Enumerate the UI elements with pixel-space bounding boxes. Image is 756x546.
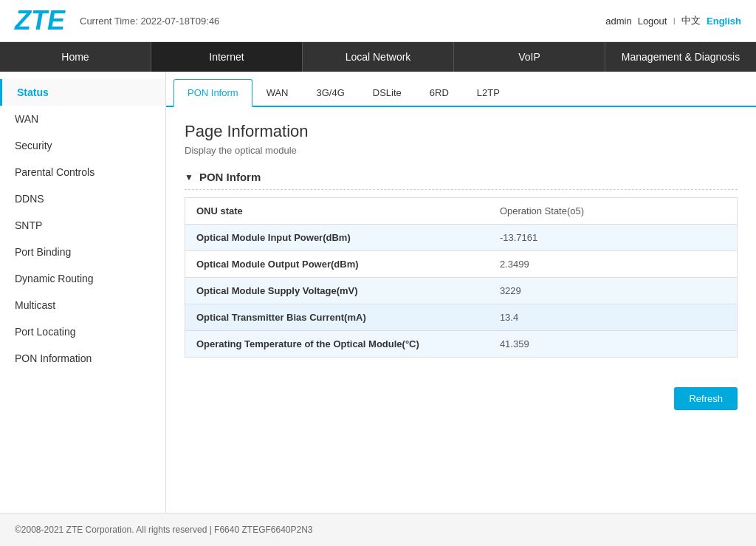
section-title: PON Inform [199, 171, 261, 183]
header-left: ZTE Current Time: 2022-07-18T09:46 [15, 7, 219, 34]
tab-bar: PON Inform WAN 3G/4G DSLite 6RD L2TP [166, 79, 756, 107]
tab-dslite[interactable]: DSLite [359, 79, 416, 107]
row-value: Operation State(o5) [489, 198, 738, 225]
section-triangle-icon: ▼ [185, 172, 193, 182]
row-label: Optical Transmitter Bias Current(mA) [185, 304, 489, 331]
table-row: Optical Module Input Power(dBm) -13.7161 [185, 225, 738, 251]
pon-section-header: ▼ PON Inform [185, 171, 738, 190]
sidebar-item-pon-information[interactable]: PON Information [0, 345, 165, 372]
current-time: Current Time: 2022-07-18T09:46 [80, 16, 219, 27]
main-nav: Home Internet Local Network VoIP Managem… [0, 42, 756, 72]
refresh-button[interactable]: Refresh [674, 387, 738, 410]
tab-pon-inform[interactable]: PON Inform [173, 79, 252, 107]
sidebar-item-parental-controls[interactable]: Parental Controls [0, 159, 165, 185]
footer: ©2008-2021 ZTE Corporation. All rights r… [0, 513, 756, 546]
tab-l2tp[interactable]: L2TP [463, 79, 514, 107]
row-label: Optical Module Input Power(dBm) [185, 225, 489, 251]
table-row: Optical Module Output Power(dBm) 2.3499 [185, 251, 738, 278]
row-label: Optical Module Output Power(dBm) [185, 251, 489, 278]
button-area: Refresh [166, 372, 756, 425]
row-value: 13.4 [489, 304, 738, 331]
row-label: Optical Module Supply Voltage(mV) [185, 278, 489, 304]
footer-copyright: ©2008-2021 ZTE Corporation. All rights r… [15, 525, 207, 535]
lang-separator: I [673, 16, 676, 27]
header-right: admin Logout I 中文 English [605, 14, 741, 27]
sidebar-item-security[interactable]: Security [0, 132, 165, 159]
sidebar-item-wan[interactable]: WAN [0, 106, 165, 132]
header: ZTE Current Time: 2022-07-18T09:46 admin… [0, 0, 756, 42]
nav-voip[interactable]: VoIP [454, 42, 605, 72]
lang-zh-button[interactable]: 中文 [681, 14, 701, 27]
tab-3g4g[interactable]: 3G/4G [302, 79, 358, 107]
tab-wan[interactable]: WAN [252, 79, 303, 107]
nav-internet[interactable]: Internet [151, 42, 303, 72]
sidebar-item-sntp[interactable]: SNTP [0, 212, 165, 239]
sidebar-item-ddns[interactable]: DDNS [0, 185, 165, 212]
admin-link[interactable]: admin [605, 16, 631, 27]
tab-6rd[interactable]: 6RD [416, 79, 463, 107]
sidebar-item-dynamic-routing[interactable]: Dynamic Routing [0, 265, 165, 292]
row-value: 3229 [489, 278, 738, 304]
sidebar-item-port-binding[interactable]: Port Binding [0, 239, 165, 265]
page-title: Page Information [185, 122, 738, 141]
lang-en-button[interactable]: English [707, 16, 741, 27]
sidebar: Status WAN Security Parental Controls DD… [0, 72, 166, 513]
nav-local-network[interactable]: Local Network [303, 42, 454, 72]
row-value: 2.3499 [489, 251, 738, 278]
sidebar-item-status[interactable]: Status [0, 79, 165, 106]
logout-link[interactable]: Logout [638, 16, 667, 27]
row-value: -13.7161 [489, 225, 738, 251]
zte-logo: ZTE [15, 7, 65, 34]
nav-management[interactable]: Management & Diagnosis [605, 42, 756, 72]
sidebar-item-multicast[interactable]: Multicast [0, 292, 165, 318]
table-row: Optical Module Supply Voltage(mV) 3229 [185, 278, 738, 304]
nav-home[interactable]: Home [0, 42, 151, 72]
footer-device: F6640 ZTEGF6640P2N3 [214, 525, 312, 535]
content-panel: PON Inform WAN 3G/4G DSLite 6RD L2TP Pag… [166, 72, 756, 513]
page-content: Page Information Display the optical mod… [166, 107, 756, 372]
table-row: ONU state Operation State(o5) [185, 198, 738, 225]
pon-info-table: ONU state Operation State(o5) Optical Mo… [185, 197, 738, 358]
page-subtitle: Display the optical module [185, 145, 738, 156]
main-area: Status WAN Security Parental Controls DD… [0, 72, 756, 513]
table-row: Operating Temperature of the Optical Mod… [185, 331, 738, 358]
sidebar-item-port-locating[interactable]: Port Locating [0, 318, 165, 345]
row-value: 41.359 [489, 331, 738, 358]
row-label: ONU state [185, 198, 489, 225]
table-row: Optical Transmitter Bias Current(mA) 13.… [185, 304, 738, 331]
row-label: Operating Temperature of the Optical Mod… [185, 331, 489, 358]
